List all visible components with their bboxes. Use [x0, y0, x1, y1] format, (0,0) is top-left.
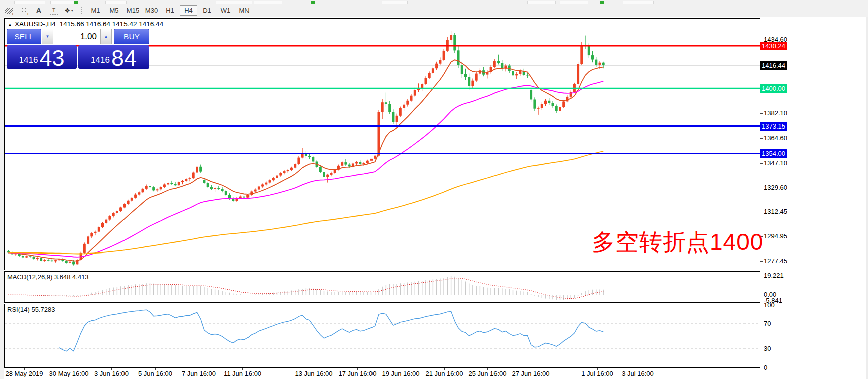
chevron-down-icon[interactable]: ▾	[71, 8, 73, 13]
time-tick-label: 11 Jun 16:00	[224, 370, 261, 377]
macd-panel[interactable]: MACD(12,26,9) 3.648 4.413	[4, 271, 760, 303]
price-tick-mark	[760, 261, 763, 262]
clipped-button-fragment	[105, 1, 127, 4]
text-label-a-icon[interactable]: A	[32, 6, 45, 16]
icon-subletter-e: E	[12, 12, 15, 16]
time-tick-label: 25 Jun 16:00	[468, 370, 506, 377]
clipped-button-fragment	[311, 1, 315, 4]
rsi-label: RSI(14) 55.7283	[7, 306, 55, 313]
clipped-button-fragment	[600, 1, 604, 4]
price-tick-mark	[760, 138, 763, 139]
letter-t-glyph: T	[50, 7, 58, 15]
timeframe-button-m5[interactable]: M5	[105, 5, 123, 16]
bid-price-small: 1416	[19, 55, 38, 65]
timeframe-button-h1[interactable]: H1	[161, 5, 179, 16]
cursor-glyph: ❖	[64, 7, 70, 14]
volume-input[interactable]	[53, 29, 100, 44]
clipped-button-fragment	[623, 1, 654, 4]
price-tick-label: 1364.60	[764, 134, 787, 142]
textbox-t-icon[interactable]: T	[47, 6, 60, 16]
price-tick-mark	[760, 40, 763, 40]
price-tick-label: 1294.95	[764, 232, 787, 240]
toolbar-drag-handle[interactable]	[80, 6, 82, 15]
grid-fill-f-icon[interactable]: F	[17, 6, 30, 16]
clipped-button-fragment	[74, 1, 78, 4]
price-tick-mark	[760, 163, 763, 164]
clipped-button-fragment	[50, 1, 75, 4]
time-tick-label: 5 Jun 16:00	[138, 370, 172, 377]
time-tick-label: 13 Jun 16:00	[295, 370, 332, 377]
volume-decrease-button[interactable]: ▼	[42, 29, 53, 44]
price-level-badge: 1354.00	[760, 149, 787, 158]
timeframe-button-d1[interactable]: D1	[198, 5, 216, 16]
timeframe-group: M1M5M15M30H1H4D1W1MN	[86, 5, 254, 16]
macd-label: MACD(12,26,9) 3.648 4.413	[7, 273, 89, 281]
price-tick-label: 1329.60	[764, 184, 787, 192]
timeframe-button-w1[interactable]: W1	[217, 5, 234, 16]
time-tick-label: 3 Jun 16:00	[94, 370, 129, 377]
time-tick-label: 1 Jul 16:00	[581, 370, 613, 377]
price-tick-label: 1347.10	[764, 159, 787, 167]
ask-price-small: 1416	[91, 55, 110, 65]
bid-price-big: 43	[39, 48, 64, 69]
price-level-badge: 1373.15	[760, 122, 787, 131]
time-tick-label: 3 Jul 16:00	[622, 370, 654, 377]
macd-tick-label: 19.221	[764, 272, 784, 280]
main-chart-panel[interactable]: ▲XAUUSD-,H41415.66 1416.64 1415.42 1416.…	[4, 18, 760, 270]
mt4-terminal: E F A T ❖ ▾ M1M5M15M30H1H4D1W1MN ▲XAUUSD…	[0, 0, 868, 379]
sell-button[interactable]: SELL	[7, 29, 41, 44]
rsi-canvas[interactable]	[5, 304, 760, 367]
rsi-panel[interactable]: RSI(14) 55.7283	[4, 304, 760, 368]
price-tick-mark	[760, 188, 763, 188]
price-level-badge: 1430.24	[760, 42, 787, 50]
pattern-fill-e-icon[interactable]: E	[2, 6, 15, 16]
clipped-button-fragment	[216, 1, 252, 4]
rsi-tick-label: 0	[764, 364, 767, 372]
rsi-tick-label: 100	[764, 301, 775, 309]
rsi-tick-label: 30	[764, 345, 771, 353]
time-tick-label: 7 Jun 16:00	[182, 370, 216, 377]
rsi-tick-label: 70	[764, 320, 771, 328]
icon-subletter-f: F	[27, 12, 30, 16]
timeframe-button-m1[interactable]: M1	[87, 5, 104, 16]
ohlc-values: 1415.66 1416.64 1415.42 1416.44	[60, 20, 163, 28]
window-left-edge	[0, 17, 4, 379]
price-level-badge: 1400.00	[760, 84, 787, 93]
price-tick-label: 1312.45	[764, 208, 787, 216]
price-tick-mark	[760, 212, 763, 212]
price-tick-label: 1382.10	[764, 109, 787, 117]
clipped-button-fragment	[382, 1, 408, 4]
grid-glyph	[20, 8, 27, 13]
time-tick-label: 30 May 16:00	[49, 370, 89, 377]
chart-text-annotation: 多空转折点1400	[592, 227, 763, 258]
toolbar: E F A T ❖ ▾ M1M5M15M30H1H4D1W1MN	[0, 4, 868, 17]
time-tick-label: 27 Jun 16:00	[512, 370, 549, 377]
price-tick-label: 1277.45	[764, 257, 787, 265]
bid-price-box[interactable]: 1416 43	[7, 45, 77, 69]
letter-a-glyph: A	[36, 6, 42, 15]
buy-button[interactable]: BUY	[114, 29, 149, 44]
timeframe-button-m15[interactable]: M15	[124, 5, 142, 16]
ask-price-box[interactable]: 1416 84	[78, 45, 149, 69]
timeframe-button-mn[interactable]: MN	[235, 5, 253, 16]
time-tick-label: 17 Jun 16:00	[338, 370, 376, 377]
time-tick-label: 19 Jun 16:00	[382, 370, 419, 377]
price-tick-mark	[760, 113, 763, 114]
clipped-button-fragment	[560, 1, 588, 4]
macd-canvas[interactable]	[5, 272, 760, 302]
price-level-badge: 1416.44	[760, 61, 787, 70]
ask-price-big: 84	[111, 48, 137, 69]
timeframe-button-m30[interactable]: M30	[143, 5, 160, 16]
time-tick-label: 28 May 2019	[5, 370, 43, 377]
toolbar-separator	[282, 5, 282, 16]
clipped-button-fragment	[14, 1, 45, 4]
volume-increase-button[interactable]: ▲	[100, 29, 112, 44]
cursor-tools-icon[interactable]: ❖ ▾	[62, 6, 75, 16]
timeframe-button-h4[interactable]: H4	[180, 5, 197, 16]
collapse-arrow-icon[interactable]: ▲	[8, 22, 12, 27]
time-tick-label: 21 Jun 16:00	[425, 370, 463, 377]
clipped-button-fragment	[527, 1, 556, 4]
chart-ohlc-header: ▲XAUUSD-,H41415.66 1416.64 1415.42 1416.…	[8, 20, 163, 28]
chart-title: XAUUSD-,H4	[15, 20, 56, 28]
clipped-button-fragment	[254, 1, 282, 4]
